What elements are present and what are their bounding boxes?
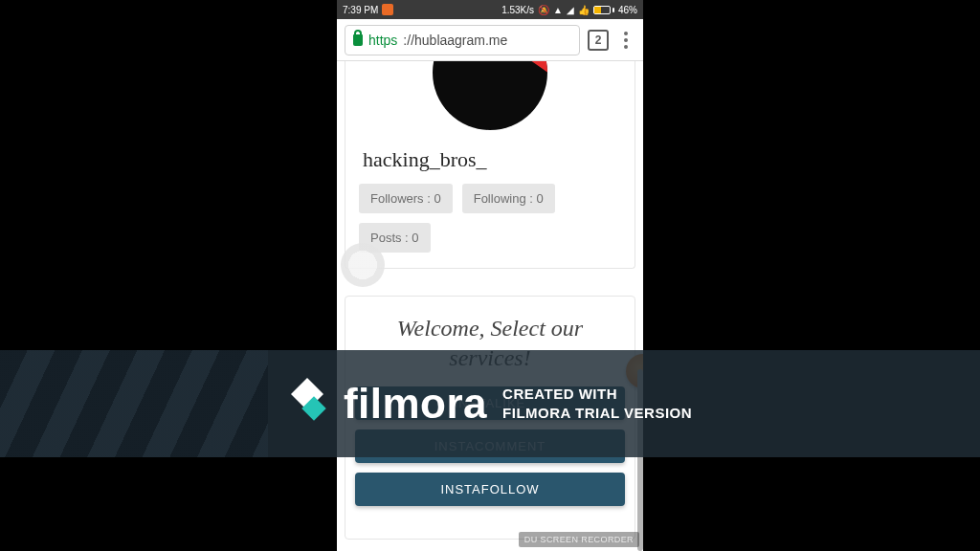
avatar: bros — [433, 61, 547, 130]
battery-indicator — [593, 6, 614, 14]
instafollow-button[interactable]: INSTAFOLLOW — [355, 473, 625, 506]
recorder-watermark: DU SCREEN RECORDER — [519, 532, 639, 547]
notification-icon — [382, 4, 393, 15]
battery-percent: 46% — [618, 5, 637, 15]
status-bar: 7:39 PM 1.53K/s 🔕 ▲ ◢ 👍 46% — [337, 0, 643, 19]
signal-icon: ◢ — [567, 5, 574, 15]
browser-menu-button[interactable] — [616, 30, 635, 51]
dnd-icon: 🔕 — [538, 5, 549, 15]
status-netspeed: 1.53K/s — [501, 5, 534, 15]
followers-stat: Followers : 0 — [359, 184, 453, 213]
lock-icon — [353, 34, 363, 46]
wifi-icon: ▲ — [553, 5, 563, 15]
browser-toolbar: https://hublaagram.me 2 — [337, 19, 643, 61]
url-scheme: https — [368, 33, 397, 48]
posts-stat: Posts : 0 — [359, 223, 431, 253]
following-stat: Following : 0 — [462, 184, 555, 213]
tab-count: 2 — [595, 33, 602, 47]
url-host: ://hublaagram.me — [403, 33, 507, 48]
url-field[interactable]: https://hublaagram.me — [345, 25, 580, 55]
filmora-logo-icon — [288, 381, 334, 427]
tab-switcher[interactable]: 2 — [588, 30, 609, 51]
status-time: 7:39 PM — [343, 5, 378, 15]
profile-card: bros hacking_bros_ Followers : 0 Followi… — [345, 61, 635, 269]
page-content[interactable]: bros hacking_bros_ Followers : 0 Followi… — [337, 61, 643, 551]
filmora-watermark-overlay: filmora CREATED WITH FILMORA TRIAL VERSI… — [0, 350, 980, 457]
profile-username: hacking_bros_ — [363, 147, 635, 172]
phone-frame: 7:39 PM 1.53K/s 🔕 ▲ ◢ 👍 46% https://hubl… — [337, 0, 643, 551]
filmora-tagline: CREATED WITH FILMORA TRIAL VERSION — [502, 385, 692, 424]
filmora-wordmark: filmora — [344, 380, 487, 428]
thumb-icon: 👍 — [578, 5, 590, 15]
